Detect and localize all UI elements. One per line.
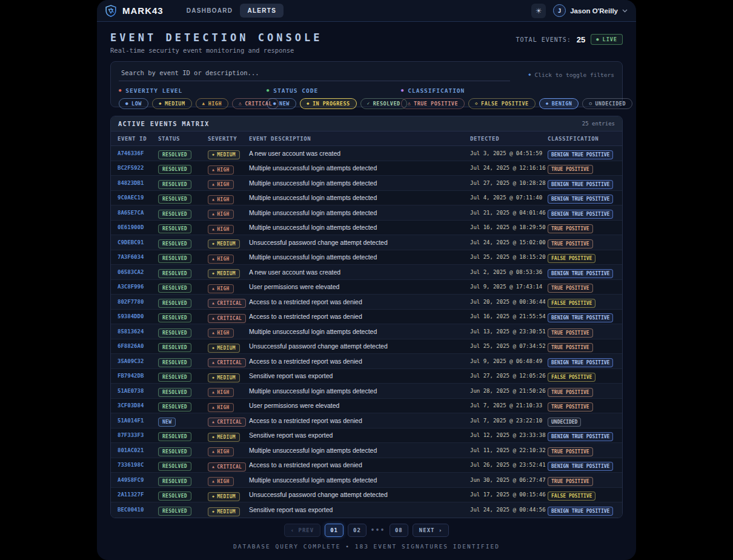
event-id-link[interactable]: A3C8F996 xyxy=(118,284,158,290)
table-row[interactable]: 87F333F3RESOLVED◆MEDIUMSensitive report … xyxy=(111,428,622,444)
filter-chip-medium[interactable]: ◆MEDIUM xyxy=(152,98,192,109)
event-id-link[interactable]: 9C0AEC19 xyxy=(118,195,158,201)
severity-cell: ▲HIGH xyxy=(208,206,249,219)
filter-chip-benign[interactable]: ◆BENIGN xyxy=(539,98,579,109)
event-id-link[interactable]: 84823DB1 xyxy=(118,180,158,186)
filter-chip-false-positive[interactable]: ◇FALSE POSITIVE xyxy=(468,98,536,109)
severity-cell: ◆MEDIUM xyxy=(208,265,249,278)
event-id-link[interactable]: 802F7780 xyxy=(118,299,158,305)
nav-links: DASHBOARDALERTS xyxy=(179,4,284,18)
event-description: User permissions were elevated xyxy=(249,402,470,409)
event-id-link[interactable]: 87F333F3 xyxy=(118,432,158,438)
high-severity-icon: ▲ xyxy=(212,198,214,202)
table-row[interactable]: A3C8F996RESOLVED▲HIGHUser permissions we… xyxy=(111,280,622,295)
severity-label: CRITICAL xyxy=(217,316,242,321)
detected-timestamp: Jul 12, 2025 @ 23:33:38 xyxy=(470,432,548,438)
classification-badge: TRUE POSITIVE xyxy=(548,447,593,456)
classification-badge: TRUE POSITIVE xyxy=(548,477,593,486)
severity-cell: ▲HIGH xyxy=(208,399,249,412)
filter-chip-resolved[interactable]: ✓RESOLVED xyxy=(360,98,407,109)
event-id-link[interactable]: BEC00410 xyxy=(118,507,158,513)
event-id-link[interactable]: 801AC021 xyxy=(118,447,158,453)
severity-badge: ◆MEDIUM xyxy=(208,269,240,278)
medium-severity-icon: ◆ xyxy=(212,272,214,276)
page-button-01[interactable]: 01 xyxy=(325,524,343,537)
event-id-link[interactable]: 3CF03D84 xyxy=(118,402,158,408)
event-id-link[interactable]: 51A014F1 xyxy=(118,418,158,424)
status-cell: RESOLVED xyxy=(158,192,208,204)
table-row[interactable]: 3CF03D84RESOLVED▲HIGHUser permissions we… xyxy=(111,399,622,414)
table-row[interactable]: 85813624RESOLVED▲HIGHMultiple unsuccessf… xyxy=(111,324,622,339)
nav-link-dashboard[interactable]: DASHBOARD xyxy=(179,4,240,18)
event-id-link[interactable]: A746336F xyxy=(118,150,158,156)
filter-chip-in-progress[interactable]: ◆IN PROGRESS xyxy=(300,98,357,109)
theme-toggle-button[interactable]: ☀ xyxy=(531,4,546,18)
table-row[interactable]: 802F7780RESOLVED▲CRITICALAccess to a res… xyxy=(111,295,622,310)
table-row[interactable]: 51A014F1NEW▲CRITICALAccess to a restrict… xyxy=(111,413,622,428)
table-row[interactable]: 7A3F6034RESOLVED▲HIGHMultiple unsuccessf… xyxy=(111,250,622,265)
status-badge: NEW xyxy=(158,418,176,427)
user-menu[interactable]: J Jason O'Reilly xyxy=(553,4,628,17)
severity-cell: ▲HIGH xyxy=(208,444,249,456)
filter-chip-true-positive[interactable]: △TRUE POSITIVE xyxy=(401,98,465,109)
table-row[interactable]: 84823DB1RESOLVED▲HIGHMultiple unsuccessf… xyxy=(111,176,622,191)
table-row[interactable]: 801AC021RESOLVED▲HIGHMultiple unsuccessf… xyxy=(111,443,622,458)
event-id-link[interactable]: A4958FC9 xyxy=(118,477,158,483)
table-row[interactable]: 9C0AEC19RESOLVED▲HIGHMultiple unsuccessf… xyxy=(111,191,622,206)
event-description: Multiple unsuccessful login attempts det… xyxy=(249,476,470,484)
low-chip-icon: ● xyxy=(125,101,128,106)
medium-severity-icon: ◆ xyxy=(212,242,214,246)
event-id-link[interactable]: BC2F5922 xyxy=(118,165,158,171)
table-row[interactable]: 2A11327FRESOLVED◆MEDIUMUnsuccessful pass… xyxy=(111,488,622,503)
table-row[interactable]: C9DEBC91RESOLVED◆MEDIUMUnsuccessful pass… xyxy=(111,235,622,250)
table-row[interactable]: 06583CA2RESOLVED◆MEDIUMA new user accoun… xyxy=(111,265,622,280)
event-description: Multiple unsuccessful login attempts det… xyxy=(249,209,470,216)
event-id-link[interactable]: 51AE0738 xyxy=(118,388,158,394)
event-id-link[interactable]: 6F8826A0 xyxy=(118,343,158,349)
table-row[interactable]: 8A65E7CARESOLVED▲HIGHMultiple unsuccessf… xyxy=(111,205,622,221)
table-row[interactable]: BEC00410RESOLVED◆MEDIUMSensitive report … xyxy=(111,502,622,518)
classification-badge: TRUE POSITIVE xyxy=(548,284,593,293)
event-id-link[interactable]: 59384DD0 xyxy=(118,313,158,319)
table-row[interactable]: 7336198CRESOLVED▲CRITICALAccess to a res… xyxy=(111,458,622,473)
event-id-link[interactable]: 8A65E7CA xyxy=(118,210,158,216)
classification-badge: TRUE POSITIVE xyxy=(548,388,593,397)
table-row[interactable]: 0E61900DRESOLVED▲HIGHMultiple unsuccessf… xyxy=(111,221,622,236)
severity-label: CRITICAL xyxy=(217,419,242,425)
table-row[interactable]: 35A09C32RESOLVED▲CRITICALAccess to a res… xyxy=(111,354,622,369)
filter-chip-undecided[interactable]: ○UNDECIDED xyxy=(582,98,632,109)
table-row[interactable]: FB7942DBRESOLVED◆MEDIUMSensitive report … xyxy=(111,369,622,384)
chip-label: MEDIUM xyxy=(165,101,185,107)
event-id-link[interactable]: 35A09C32 xyxy=(118,358,158,364)
toggle-filters-hint[interactable]: ◆ Click to toggle filters xyxy=(528,72,614,78)
next-page-button[interactable]: NEXT › xyxy=(413,524,449,537)
event-id-link[interactable]: 7336198C xyxy=(118,462,158,468)
event-id-link[interactable]: FB7942DB xyxy=(118,373,158,379)
table-row[interactable]: BC2F5922RESOLVED▲HIGHMultiple unsuccessf… xyxy=(111,161,622,176)
status-badge: RESOLVED xyxy=(158,239,191,248)
filter-chip-high[interactable]: ▲HIGH xyxy=(196,98,229,109)
filter-chip-new[interactable]: ●NEW xyxy=(267,98,296,109)
table-row[interactable]: A4958FC9RESOLVED▲HIGHMultiple unsuccessf… xyxy=(111,473,622,488)
event-id-link[interactable]: 7A3F6034 xyxy=(118,254,158,260)
event-id-link[interactable]: 85813624 xyxy=(118,328,158,335)
chip-label: HIGH xyxy=(208,101,222,107)
filter-chip-low[interactable]: ●LOW xyxy=(119,98,148,109)
event-id-link[interactable]: 0E61900D xyxy=(118,224,158,230)
table-row[interactable]: 6F8826A0RESOLVED◆MEDIUMUnsuccessful pass… xyxy=(111,339,622,355)
event-id-link[interactable]: 06583CA2 xyxy=(118,269,158,275)
classification-badge: BENIGN TRUE POSITIVE xyxy=(548,210,613,219)
medium-severity-icon: ◆ xyxy=(212,510,214,514)
prev-page-button[interactable]: ‹ PREV xyxy=(284,524,321,537)
event-id-link[interactable]: C9DEBC91 xyxy=(118,239,158,245)
table-row[interactable]: 51AE0738RESOLVED▲HIGHMultiple unsuccessf… xyxy=(111,384,622,399)
search-input[interactable] xyxy=(119,68,510,81)
page-button-08[interactable]: 08 xyxy=(390,524,408,537)
event-id-link[interactable]: 2A11327F xyxy=(118,492,158,498)
table-row[interactable]: 59384DD0RESOLVED▲CRITICALAccess to a res… xyxy=(111,310,622,325)
severity-badge: ◆MEDIUM xyxy=(208,373,240,382)
page-button-02[interactable]: 02 xyxy=(348,524,366,537)
nav-link-alerts[interactable]: ALERTS xyxy=(240,4,284,18)
detected-timestamp: Jul 4, 2025 @ 07:11:40 xyxy=(470,195,548,201)
table-row[interactable]: A746336FRESOLVED◆MEDIUMA new user accoun… xyxy=(111,146,622,161)
